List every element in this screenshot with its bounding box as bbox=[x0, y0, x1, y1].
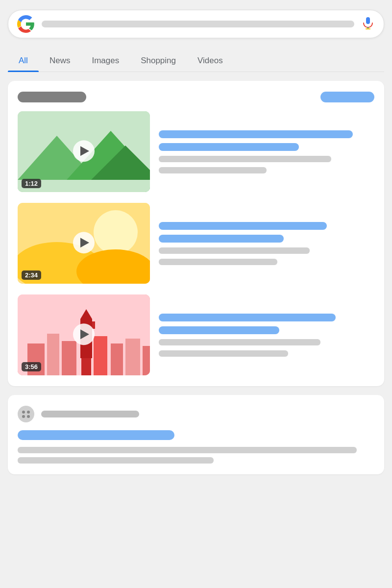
site-header bbox=[18, 406, 374, 422]
play-button-3[interactable] bbox=[73, 323, 95, 345]
site-favicon-icon bbox=[18, 406, 34, 422]
card-header bbox=[18, 92, 374, 102]
favicon-dots bbox=[22, 411, 30, 418]
card-action-button[interactable] bbox=[320, 92, 374, 102]
video-title-line2-3 bbox=[159, 326, 279, 334]
svg-rect-12 bbox=[62, 341, 76, 375]
video-info-3 bbox=[159, 294, 374, 375]
tab-videos[interactable]: Videos bbox=[187, 50, 234, 72]
site-result-card bbox=[8, 395, 384, 474]
svg-rect-11 bbox=[47, 334, 59, 375]
svg-rect-0 bbox=[366, 17, 370, 24]
svg-rect-18 bbox=[143, 346, 150, 375]
favicon-dot bbox=[22, 415, 25, 418]
video-desc-line2-1 bbox=[159, 167, 267, 173]
svg-rect-15 bbox=[94, 336, 107, 375]
mic-icon[interactable] bbox=[361, 16, 375, 32]
play-button-2[interactable] bbox=[73, 232, 95, 253]
site-name bbox=[41, 411, 139, 417]
site-description-line2 bbox=[18, 457, 214, 464]
video-desc-line1-2 bbox=[159, 247, 310, 254]
svg-point-6 bbox=[94, 210, 138, 254]
site-description-line1 bbox=[18, 447, 357, 453]
video-result-3[interactable]: 3:56 bbox=[18, 294, 374, 375]
search-bar[interactable] bbox=[8, 10, 384, 38]
search-tabs: All News Images Shopping Videos bbox=[8, 50, 384, 72]
tab-news[interactable]: News bbox=[39, 50, 81, 72]
video-title-line2-1 bbox=[159, 143, 299, 151]
tab-images[interactable]: Images bbox=[81, 50, 130, 72]
svg-rect-16 bbox=[111, 343, 123, 375]
video-thumbnail-3[interactable]: 3:56 bbox=[18, 294, 150, 375]
tab-all[interactable]: All bbox=[8, 50, 39, 72]
favicon-dot bbox=[27, 415, 30, 418]
video-desc-line1-3 bbox=[159, 339, 320, 345]
video-title-line2-2 bbox=[159, 235, 284, 243]
tab-shopping[interactable]: Shopping bbox=[130, 50, 187, 72]
video-result-1[interactable]: 1:12 bbox=[18, 111, 374, 192]
video-desc-line1-1 bbox=[159, 156, 331, 162]
google-logo-icon bbox=[17, 15, 35, 33]
play-triangle-icon-3 bbox=[80, 329, 89, 339]
video-desc-line2-2 bbox=[159, 259, 277, 265]
video-info-1 bbox=[159, 111, 374, 192]
video-thumbnail-2[interactable]: 2:34 bbox=[18, 203, 150, 284]
video-desc-line2-3 bbox=[159, 350, 288, 357]
video-thumbnail-1[interactable]: 1:12 bbox=[18, 111, 150, 192]
video-info-2 bbox=[159, 203, 374, 284]
video-title-line1-3 bbox=[159, 314, 336, 321]
search-input[interactable] bbox=[42, 21, 354, 27]
play-triangle-icon-2 bbox=[80, 238, 89, 247]
favicon-dot bbox=[22, 411, 25, 414]
site-link[interactable] bbox=[18, 430, 174, 440]
duration-badge-1: 1:12 bbox=[22, 179, 41, 188]
card-title-pill bbox=[18, 92, 86, 102]
favicon-dot bbox=[27, 411, 30, 414]
video-result-2[interactable]: 2:34 bbox=[18, 203, 374, 284]
video-results-card: 1:12 2:34 bbox=[8, 81, 384, 386]
video-title-line1-2 bbox=[159, 222, 327, 230]
play-triangle-icon bbox=[80, 146, 89, 156]
duration-badge-2: 2:34 bbox=[22, 270, 41, 280]
page-wrapper: All News Images Shopping Videos bbox=[0, 0, 392, 484]
video-title-line1-1 bbox=[159, 130, 353, 138]
play-button-1[interactable] bbox=[73, 140, 95, 162]
duration-badge-3: 3:56 bbox=[22, 362, 41, 371]
svg-rect-17 bbox=[125, 339, 140, 375]
